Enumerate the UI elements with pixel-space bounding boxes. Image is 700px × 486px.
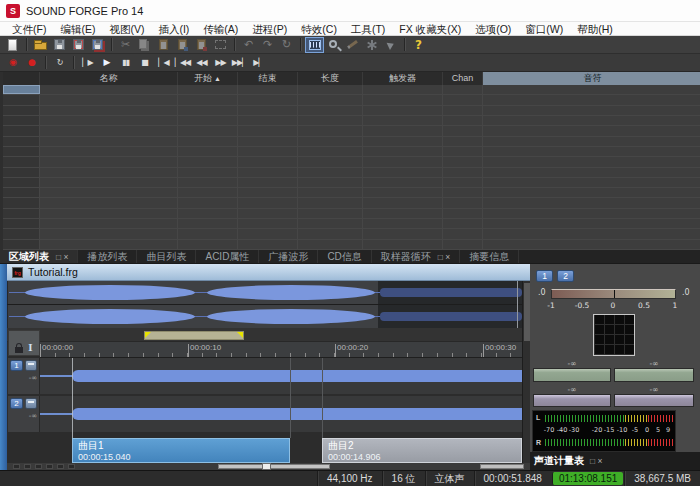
track2-minimize-button[interactable]: [25, 398, 37, 409]
column-header[interactable]: 长度: [298, 72, 363, 85]
loop-bar[interactable]: [7, 328, 522, 342]
zoom-slider-handle[interactable]: [262, 463, 271, 470]
menu-item[interactable]: 窗口(W): [518, 22, 570, 36]
menu-item[interactable]: 插入(I): [151, 22, 196, 36]
table-cell[interactable]: [298, 240, 363, 249]
table-cell[interactable]: [483, 240, 700, 249]
table-cell[interactable]: [3, 116, 40, 125]
table-cell[interactable]: [298, 137, 363, 146]
table-cell[interactable]: [178, 198, 238, 207]
table-cell[interactable]: [363, 198, 443, 207]
record-button[interactable]: ●: [22, 55, 41, 71]
table-cell[interactable]: [363, 85, 443, 94]
go-to-start-button[interactable]: ▏◀: [154, 55, 173, 71]
table-cell[interactable]: [238, 157, 298, 166]
status-cell[interactable]: 38,667.5 MB: [624, 471, 700, 486]
table-cell[interactable]: [298, 219, 363, 228]
table-cell[interactable]: [238, 168, 298, 177]
status-cell[interactable]: 立体声: [425, 471, 474, 486]
table-cell[interactable]: [363, 116, 443, 125]
table-cell[interactable]: [238, 85, 298, 94]
table-cell[interactable]: [298, 106, 363, 115]
table-cell[interactable]: [3, 198, 40, 207]
table-cell[interactable]: [40, 188, 178, 197]
table-cell[interactable]: [238, 198, 298, 207]
table-cell[interactable]: [483, 106, 700, 115]
lock-icon[interactable]: [15, 347, 23, 353]
edit-tool-button[interactable]: [305, 37, 324, 53]
table-cell[interactable]: [483, 188, 700, 197]
table-cell[interactable]: [3, 209, 40, 218]
channel-meters-tab[interactable]: 声道计量表 □ ×: [530, 452, 700, 470]
previous-marker-button[interactable]: ▏◀◀: [173, 55, 192, 71]
table-cell[interactable]: [3, 157, 40, 166]
table-cell[interactable]: [483, 126, 700, 135]
table-cell[interactable]: [178, 240, 238, 249]
play-button[interactable]: ▶: [97, 55, 116, 71]
table-cell[interactable]: [40, 229, 178, 238]
table-cell[interactable]: [238, 240, 298, 249]
table-cell[interactable]: [483, 198, 700, 207]
zoom-slider-track[interactable]: [218, 464, 330, 469]
pause-button[interactable]: ▮▮: [116, 55, 135, 71]
selected-cell[interactable]: [3, 85, 40, 94]
row-selector-header[interactable]: [3, 72, 40, 85]
table-cell[interactable]: [443, 137, 483, 146]
status-cell[interactable]: 16 位: [382, 471, 425, 486]
aux-fader-right[interactable]: [614, 394, 694, 407]
zoom-tool-button[interactable]: [324, 37, 343, 53]
table-cell[interactable]: [3, 219, 40, 228]
table-cell[interactable]: [40, 240, 178, 249]
table-cell[interactable]: [298, 157, 363, 166]
table-cell[interactable]: [3, 178, 40, 187]
table-cell[interactable]: [3, 168, 40, 177]
table-cell[interactable]: [3, 137, 40, 146]
pan-slider[interactable]: [551, 289, 676, 299]
table-cell[interactable]: [3, 126, 40, 135]
open-file-button[interactable]: [31, 37, 50, 53]
tab-window-controls[interactable]: □ ×: [438, 252, 450, 262]
menu-item[interactable]: 帮助(H): [570, 22, 620, 36]
table-cell[interactable]: [483, 95, 700, 104]
table-cell[interactable]: [178, 219, 238, 228]
menu-item[interactable]: 特效(C): [294, 22, 344, 36]
tab-广播波形[interactable]: 广播波形: [259, 250, 318, 263]
track2-number-button[interactable]: 2: [10, 398, 23, 409]
table-cell[interactable]: [3, 106, 40, 115]
table-cell[interactable]: [298, 116, 363, 125]
table-cell[interactable]: [363, 106, 443, 115]
save-all-button[interactable]: [88, 37, 107, 53]
tab-window-controls[interactable]: □ ×: [56, 252, 68, 262]
loop-playback-button[interactable]: ↻: [50, 55, 69, 71]
surround-xy-pad[interactable]: [593, 314, 635, 356]
pencil-tool-button[interactable]: [343, 37, 362, 53]
table-cell[interactable]: [40, 157, 178, 166]
menu-item[interactable]: 视图(V): [102, 22, 151, 36]
tab-CD信息[interactable]: CD信息: [318, 250, 371, 263]
table-cell[interactable]: [363, 126, 443, 135]
table-cell[interactable]: [298, 209, 363, 218]
tab-区域列表[interactable]: 区域列表□ ×: [0, 250, 78, 263]
table-cell[interactable]: [363, 137, 443, 146]
channel2-button[interactable]: 2: [557, 270, 574, 282]
doc-tool-icon[interactable]: [35, 464, 42, 469]
table-cell[interactable]: [178, 137, 238, 146]
table-cell[interactable]: [238, 188, 298, 197]
table-cell[interactable]: [3, 188, 40, 197]
table-cell[interactable]: [238, 137, 298, 146]
tab-曲目列表[interactable]: 曲目列表: [137, 250, 196, 263]
table-cell[interactable]: [443, 116, 483, 125]
table-cell[interactable]: [443, 178, 483, 187]
cut-button[interactable]: ✂: [116, 37, 135, 53]
menu-item[interactable]: 传输(A): [196, 22, 245, 36]
column-header[interactable]: 结束: [238, 72, 298, 85]
next-marker-button[interactable]: ▶▶▏: [230, 55, 249, 71]
doc-tool-icon[interactable]: [57, 464, 64, 469]
table-cell[interactable]: [238, 178, 298, 187]
table-cell[interactable]: [238, 229, 298, 238]
go-to-end-button[interactable]: ▶▏: [249, 55, 268, 71]
table-cell[interactable]: [40, 85, 178, 94]
table-cell[interactable]: [483, 219, 700, 228]
mix-paste-button[interactable]: [192, 37, 211, 53]
column-header[interactable]: 名称: [40, 72, 178, 85]
